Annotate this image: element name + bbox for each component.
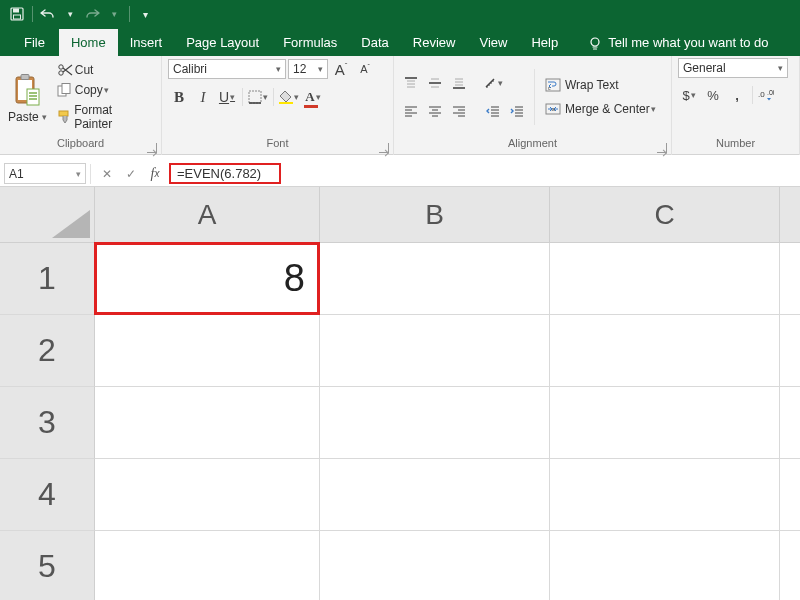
number-format-select[interactable]: General ▾ bbox=[678, 58, 788, 78]
paste-button[interactable]: Paste▾ bbox=[6, 70, 49, 124]
dialog-launcher-icon[interactable] bbox=[657, 143, 667, 153]
cell-c4[interactable] bbox=[550, 459, 780, 531]
cell-d5[interactable] bbox=[780, 531, 800, 600]
align-top-button[interactable] bbox=[400, 72, 422, 94]
underline-button[interactable]: U▾ bbox=[216, 86, 238, 108]
tell-me-search[interactable]: Tell me what you want to do bbox=[576, 29, 780, 56]
cell-a5[interactable] bbox=[95, 531, 320, 600]
tab-page-layout[interactable]: Page Layout bbox=[174, 29, 271, 56]
increase-indent-button[interactable] bbox=[506, 100, 528, 122]
paintbrush-icon bbox=[57, 110, 74, 124]
tab-formulas[interactable]: Formulas bbox=[271, 29, 349, 56]
row-header-2[interactable]: 2 bbox=[0, 315, 95, 387]
cancel-formula-button[interactable]: ✕ bbox=[95, 163, 119, 184]
cell-b3[interactable] bbox=[320, 387, 550, 459]
percent-format-button[interactable]: % bbox=[702, 84, 724, 106]
font-name-select[interactable]: Calibri ▾ bbox=[168, 59, 286, 79]
cell-c3[interactable] bbox=[550, 387, 780, 459]
cell-b2[interactable] bbox=[320, 315, 550, 387]
cell-b4[interactable] bbox=[320, 459, 550, 531]
svg-rect-2 bbox=[14, 15, 21, 19]
name-box[interactable]: A1 ▾ bbox=[4, 163, 86, 184]
decrease-indent-button[interactable] bbox=[482, 100, 504, 122]
chevron-down-icon: ▾ bbox=[276, 64, 281, 74]
chevron-down-icon: ▾ bbox=[76, 169, 81, 179]
cell-c1[interactable] bbox=[550, 243, 780, 315]
row-header-1[interactable]: 1 bbox=[0, 243, 95, 315]
tab-review[interactable]: Review bbox=[401, 29, 468, 56]
align-center-button[interactable] bbox=[424, 100, 446, 122]
align-right-button[interactable] bbox=[448, 100, 470, 122]
format-painter-label: Format Painter bbox=[74, 103, 151, 131]
cell-d2[interactable] bbox=[780, 315, 800, 387]
accounting-format-button[interactable]: $ ▾ bbox=[678, 84, 700, 106]
tab-file[interactable]: File bbox=[10, 29, 59, 56]
dialog-launcher-icon[interactable] bbox=[147, 143, 157, 153]
copy-label: Copy bbox=[75, 83, 103, 97]
row-header-5[interactable]: 5 bbox=[0, 531, 95, 600]
formula-input[interactable]: =EVEN(6.782) bbox=[169, 163, 281, 184]
cell-d1[interactable] bbox=[780, 243, 800, 315]
align-left-button[interactable] bbox=[400, 100, 422, 122]
cell-a2[interactable] bbox=[95, 315, 320, 387]
row-header-4[interactable]: 4 bbox=[0, 459, 95, 531]
cell-a4[interactable] bbox=[95, 459, 320, 531]
fill-color-button[interactable]: ▾ bbox=[278, 86, 300, 108]
number-format-value: General bbox=[683, 61, 726, 75]
increase-font-button[interactable]: Aˆ bbox=[330, 58, 352, 80]
cell-b1[interactable] bbox=[320, 243, 550, 315]
separator bbox=[273, 88, 274, 106]
ribbon-tabs: File Home Insert Page Layout Formulas Da… bbox=[0, 28, 800, 56]
cut-label: Cut bbox=[75, 63, 94, 77]
group-alignment-label: Alignment bbox=[508, 137, 557, 149]
save-icon[interactable] bbox=[6, 3, 28, 25]
increase-decimal-button[interactable]: .0.00 bbox=[757, 86, 775, 104]
wrap-text-button[interactable]: c Wrap Text bbox=[541, 76, 660, 94]
align-middle-button[interactable] bbox=[424, 72, 446, 94]
insert-function-button[interactable]: fx bbox=[143, 163, 167, 184]
column-header-c[interactable]: C bbox=[550, 187, 780, 243]
enter-formula-button[interactable]: ✓ bbox=[119, 163, 143, 184]
undo-dropdown-icon[interactable]: ▾ bbox=[59, 3, 81, 25]
align-bottom-button[interactable] bbox=[448, 72, 470, 94]
undo-icon[interactable] bbox=[37, 3, 59, 25]
select-all-corner[interactable] bbox=[0, 187, 95, 243]
cell-d3[interactable] bbox=[780, 387, 800, 459]
cell-c2[interactable] bbox=[550, 315, 780, 387]
italic-button[interactable]: I bbox=[192, 86, 214, 108]
row-header-3[interactable]: 3 bbox=[0, 387, 95, 459]
cell-a3[interactable] bbox=[95, 387, 320, 459]
cell-b5[interactable] bbox=[320, 531, 550, 600]
font-size-select[interactable]: 12 ▾ bbox=[288, 59, 328, 79]
redo-dropdown-icon[interactable]: ▾ bbox=[103, 3, 125, 25]
cell-c5[interactable] bbox=[550, 531, 780, 600]
svg-rect-14 bbox=[279, 102, 293, 104]
tab-data[interactable]: Data bbox=[349, 29, 400, 56]
merge-center-button[interactable]: a Merge & Center ▾ bbox=[541, 100, 660, 118]
decrease-font-button[interactable]: Aˇ bbox=[354, 58, 376, 80]
copy-button[interactable]: Copy ▾ bbox=[53, 81, 155, 99]
column-header-b[interactable]: B bbox=[320, 187, 550, 243]
column-header-extra[interactable] bbox=[780, 187, 800, 243]
column-header-a[interactable]: A bbox=[95, 187, 320, 243]
font-color-button[interactable]: A▾ bbox=[302, 86, 324, 108]
bold-button[interactable]: B bbox=[168, 86, 190, 108]
svg-point-9 bbox=[59, 64, 63, 68]
tab-insert[interactable]: Insert bbox=[118, 29, 175, 56]
border-button[interactable]: ▾ bbox=[247, 86, 269, 108]
clipboard-icon bbox=[12, 74, 42, 108]
cell-a1[interactable]: 8 bbox=[95, 243, 320, 315]
format-painter-button[interactable]: Format Painter bbox=[53, 101, 155, 133]
dialog-launcher-icon[interactable] bbox=[379, 143, 389, 153]
redo-icon[interactable] bbox=[81, 3, 103, 25]
group-number: General ▾ $ ▾ % , .0.00 Number bbox=[672, 56, 800, 155]
cell-d4[interactable] bbox=[780, 459, 800, 531]
customize-qat-icon[interactable]: ▾ bbox=[134, 3, 156, 25]
tab-view[interactable]: View bbox=[467, 29, 519, 56]
tab-home[interactable]: Home bbox=[59, 29, 118, 56]
comma-format-button[interactable]: , bbox=[726, 84, 748, 106]
chevron-down-icon: ▾ bbox=[104, 85, 109, 95]
orientation-button[interactable]: ▾ bbox=[482, 72, 504, 94]
cut-button[interactable]: Cut bbox=[53, 61, 155, 79]
tab-help[interactable]: Help bbox=[519, 29, 570, 56]
